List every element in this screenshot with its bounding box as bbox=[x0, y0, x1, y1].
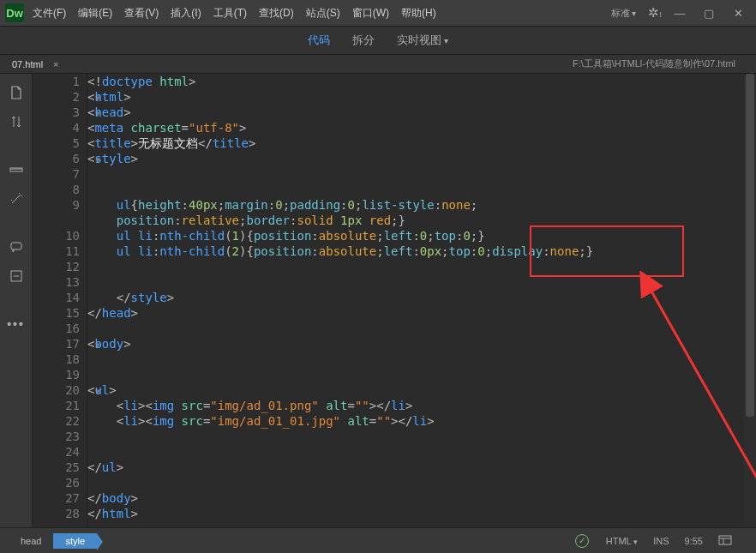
line-number[interactable]: 25 bbox=[33, 460, 87, 475]
code-line[interactable]: <head> bbox=[87, 105, 744, 120]
line-number[interactable]: 28 bbox=[33, 506, 87, 521]
document-path: F:\工具箱\HTMLl-代码随意制作\07.html bbox=[573, 57, 735, 70]
menu-item[interactable]: 查看(V) bbox=[124, 6, 159, 21]
menu-item[interactable]: 查找(D) bbox=[259, 6, 294, 21]
status-customize-icon[interactable] bbox=[718, 534, 732, 548]
line-number[interactable]: 7 bbox=[33, 166, 87, 182]
menu-item[interactable]: 插入(I) bbox=[171, 6, 201, 21]
document-tab[interactable]: 07.html bbox=[9, 57, 46, 71]
line-number[interactable]: 22 bbox=[33, 413, 87, 429]
line-number[interactable]: 15 bbox=[33, 305, 87, 321]
line-number[interactable]: 8 bbox=[33, 182, 87, 197]
line-number[interactable]: 2▼ bbox=[33, 89, 87, 105]
ruler-icon[interactable] bbox=[8, 161, 25, 178]
breadcrumb-item[interactable]: style bbox=[53, 533, 97, 549]
code-line[interactable]: <html> bbox=[87, 89, 744, 105]
menu-item[interactable]: 工具(T) bbox=[213, 6, 247, 21]
code-line[interactable] bbox=[87, 166, 744, 182]
updown-icon[interactable] bbox=[8, 113, 25, 130]
menu-item[interactable]: 站点(S) bbox=[306, 6, 340, 21]
line-number[interactable]: 13 bbox=[33, 274, 87, 290]
menu-item[interactable]: 文件(F) bbox=[33, 6, 66, 21]
app-logo: Dw bbox=[5, 3, 24, 22]
line-number[interactable]: 26 bbox=[33, 475, 87, 490]
line-number[interactable]: 16 bbox=[33, 321, 87, 336]
wand-icon[interactable] bbox=[8, 190, 25, 207]
code-line[interactable]: </body> bbox=[87, 490, 744, 506]
code-line[interactable]: </style> bbox=[87, 290, 744, 305]
status-cursor-pos: 9:55 bbox=[685, 536, 703, 546]
line-number[interactable]: 4 bbox=[33, 120, 87, 135]
view-split-button[interactable]: 拆分 bbox=[352, 33, 375, 48]
code-line[interactable]: <style> bbox=[87, 151, 744, 166]
line-number[interactable]: 1 bbox=[33, 74, 87, 89]
line-number[interactable]: 9 bbox=[33, 197, 87, 213]
code-line[interactable]: </html> bbox=[87, 506, 744, 521]
code-line[interactable] bbox=[87, 429, 744, 444]
code-line[interactable] bbox=[87, 444, 744, 460]
line-number[interactable]: 12 bbox=[33, 259, 87, 274]
menu-item[interactable]: 帮助(H) bbox=[401, 6, 436, 21]
line-number[interactable]: 18 bbox=[33, 352, 87, 367]
code-line[interactable] bbox=[87, 367, 744, 382]
close-button[interactable]: ✕ bbox=[732, 7, 744, 20]
code-content[interactable]: <!doctype html><html><head><meta charset… bbox=[87, 74, 744, 527]
status-ins[interactable]: INS bbox=[653, 536, 669, 546]
breadcrumb-item[interactable]: head bbox=[9, 533, 53, 549]
tab-close-button[interactable]: × bbox=[53, 59, 58, 69]
line-number[interactable]: 10 bbox=[33, 228, 87, 243]
menu-item[interactable]: 窗口(W) bbox=[352, 6, 389, 21]
view-code-button[interactable]: 代码 bbox=[308, 33, 330, 48]
code-line[interactable]: <meta charset="utf-8"> bbox=[87, 120, 744, 135]
file-icon[interactable] bbox=[8, 84, 25, 101]
status-lang-dropdown[interactable]: HTML bbox=[606, 536, 638, 546]
collapse-icon[interactable] bbox=[8, 267, 25, 285]
line-number[interactable]: 19 bbox=[33, 367, 87, 382]
code-line[interactable]: position:relative;border:solid 1px red;} bbox=[87, 213, 744, 228]
line-number[interactable]: 17▼ bbox=[33, 336, 87, 352]
line-number[interactable]: 5 bbox=[33, 135, 87, 151]
svg-rect-4 bbox=[719, 536, 731, 544]
line-number[interactable]: 20▼ bbox=[33, 382, 87, 398]
code-line[interactable]: <!doctype html> bbox=[87, 74, 744, 89]
maximize-button[interactable]: ▢ bbox=[703, 7, 715, 20]
line-number[interactable]: 27 bbox=[33, 490, 87, 506]
line-number[interactable]: 14 bbox=[33, 290, 87, 305]
line-number[interactable]: 23 bbox=[33, 429, 87, 444]
code-line[interactable] bbox=[87, 352, 744, 367]
code-line[interactable]: <li><img src="img/ad_01.png" alt=""></li… bbox=[87, 398, 744, 413]
comment-icon[interactable] bbox=[8, 238, 25, 255]
gear-icon[interactable]: ✲! bbox=[648, 5, 662, 21]
code-line[interactable]: <title>无标题文档</title> bbox=[87, 135, 744, 151]
line-number[interactable] bbox=[33, 213, 87, 228]
vertical-scrollbar[interactable] bbox=[744, 74, 756, 527]
code-line[interactable] bbox=[87, 274, 744, 290]
line-number[interactable]: 6▼ bbox=[33, 151, 87, 166]
code-line[interactable]: ul li:nth-child(1){position:absolute;lef… bbox=[87, 228, 744, 243]
minimize-button[interactable]: — bbox=[674, 7, 686, 20]
code-line[interactable]: <li><img src="img/ad_01_01.jpg" alt=""><… bbox=[87, 413, 744, 429]
code-line[interactable]: <body> bbox=[87, 336, 744, 352]
code-line[interactable]: </ul> bbox=[87, 460, 744, 475]
more-icon[interactable]: ••• bbox=[8, 316, 25, 333]
line-number[interactable]: 21 bbox=[33, 398, 87, 413]
validation-ok-icon[interactable]: ✓ bbox=[575, 534, 589, 548]
code-line[interactable] bbox=[87, 259, 744, 274]
code-line[interactable]: ul{height:40px;margin:0;padding:0;list-s… bbox=[87, 197, 744, 213]
code-line[interactable]: <ul> bbox=[87, 382, 744, 398]
code-line[interactable] bbox=[87, 182, 744, 197]
view-live-button[interactable]: 实时视图 bbox=[397, 33, 448, 48]
code-line[interactable] bbox=[87, 321, 744, 336]
window-controls: — ▢ ✕ bbox=[674, 7, 751, 20]
code-editor[interactable]: 12▼3▼456▼7891011121314151617▼181920▼2122… bbox=[33, 74, 756, 527]
code-line[interactable]: ul li:nth-child(2){position:absolute;lef… bbox=[87, 243, 744, 259]
code-line[interactable]: </head> bbox=[87, 305, 744, 321]
code-line[interactable] bbox=[87, 475, 744, 490]
workspace-dropdown[interactable]: 标准 bbox=[611, 7, 637, 20]
line-gutter[interactable]: 12▼3▼456▼7891011121314151617▼181920▼2122… bbox=[33, 74, 87, 527]
line-number[interactable]: 24 bbox=[33, 444, 87, 460]
scrollbar-thumb[interactable] bbox=[746, 74, 754, 417]
line-number[interactable]: 3▼ bbox=[33, 105, 87, 120]
menu-item[interactable]: 编辑(E) bbox=[78, 6, 112, 21]
line-number[interactable]: 11 bbox=[33, 243, 87, 259]
